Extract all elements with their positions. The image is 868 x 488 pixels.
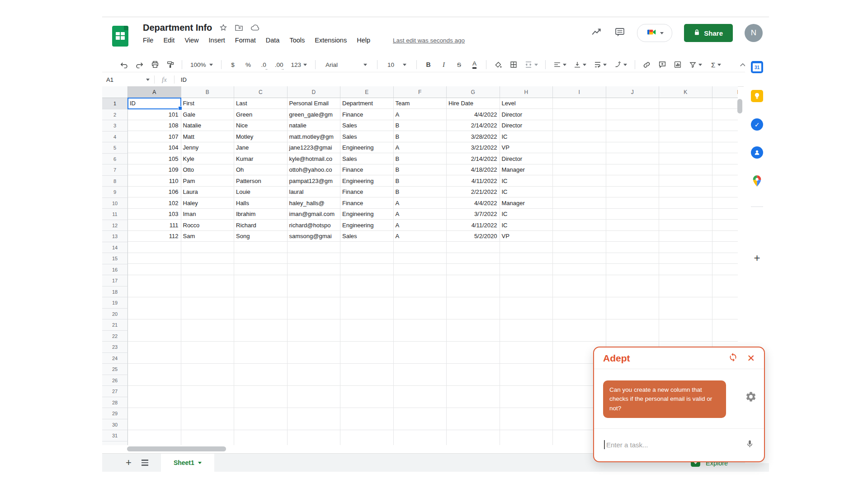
- comment-history-icon[interactable]: [614, 27, 625, 39]
- zoom-select[interactable]: 100%: [187, 59, 216, 71]
- menu-data[interactable]: Data: [266, 37, 280, 44]
- close-icon[interactable]: ✕: [747, 353, 755, 363]
- row-header-18[interactable]: 18: [102, 286, 128, 298]
- cell-B10[interactable]: Haley: [181, 198, 235, 209]
- cell-E12[interactable]: Engineering: [340, 220, 394, 231]
- cell-G1[interactable]: Hire Date: [447, 98, 500, 109]
- increase-decimal-button[interactable]: .00→: [273, 59, 286, 71]
- cell-F4[interactable]: B: [394, 131, 447, 143]
- row-header-16[interactable]: 16: [102, 264, 128, 276]
- cell-H6[interactable]: Director: [500, 154, 553, 165]
- cell-G13[interactable]: 5/2/2020: [447, 231, 500, 242]
- cell-F5[interactable]: A: [394, 142, 447, 154]
- row-header-17[interactable]: 17: [102, 275, 128, 286]
- menu-file[interactable]: File: [143, 37, 153, 44]
- cell-H12[interactable]: IC: [500, 220, 553, 231]
- gear-icon[interactable]: [745, 391, 757, 404]
- filter-button[interactable]: [686, 59, 704, 71]
- row-header-7[interactable]: 7: [102, 164, 128, 176]
- column-header-J[interactable]: J: [606, 86, 660, 98]
- cell-D6[interactable]: kyle@hotmail.co: [288, 154, 341, 165]
- cell-G5[interactable]: 3/21/2022: [447, 142, 500, 154]
- insights-icon[interactable]: [591, 27, 603, 39]
- cell-A2[interactable]: 101: [128, 109, 181, 121]
- cell-G11[interactable]: 3/7/2022: [447, 209, 500, 220]
- column-header-F[interactable]: F: [394, 86, 447, 98]
- cell-C4[interactable]: Motley: [234, 131, 288, 143]
- cell-A4[interactable]: 107: [128, 131, 181, 143]
- cell-D11[interactable]: iman@gmail.com: [288, 209, 341, 220]
- functions-button[interactable]: Σ: [707, 59, 726, 71]
- cell-E3[interactable]: Sales: [340, 120, 394, 131]
- column-header-G[interactable]: G: [447, 86, 500, 98]
- cell-C1[interactable]: Last: [234, 98, 288, 109]
- cell-H1[interactable]: Level: [500, 98, 553, 109]
- row-header-22[interactable]: 22: [102, 331, 128, 342]
- print-button[interactable]: [148, 59, 161, 71]
- cell-F10[interactable]: A: [394, 198, 447, 209]
- cell-G3[interactable]: 2/14/2022: [447, 120, 500, 131]
- cell-E11[interactable]: Engineering: [340, 209, 394, 220]
- row-header-11[interactable]: 11: [102, 209, 128, 220]
- row-header-28[interactable]: 28: [102, 397, 128, 408]
- cell-F2[interactable]: A: [394, 109, 447, 121]
- cell-B3[interactable]: Natalie: [181, 120, 235, 131]
- cell-A10[interactable]: 102: [128, 198, 181, 209]
- row-header-21[interactable]: 21: [102, 319, 128, 331]
- cell-G9[interactable]: 2/21/2022: [447, 187, 500, 198]
- cell-H13[interactable]: VP: [500, 231, 553, 242]
- cell-B11[interactable]: Iman: [181, 209, 235, 220]
- google-keep-icon[interactable]: [751, 90, 763, 102]
- cell-C6[interactable]: Kumar: [234, 154, 288, 165]
- insert-comment-button[interactable]: [656, 59, 669, 71]
- cell-D3[interactable]: natalie: [288, 120, 341, 131]
- cell-D9[interactable]: laural: [288, 187, 341, 198]
- account-avatar[interactable]: N: [745, 24, 763, 42]
- cell-E10[interactable]: Finance: [340, 198, 394, 209]
- cell-C5[interactable]: Jane: [234, 142, 288, 154]
- vertical-align-button[interactable]: [571, 59, 589, 71]
- horizontal-align-button[interactable]: [551, 59, 569, 71]
- insert-link-button[interactable]: [640, 59, 653, 71]
- menu-extensions[interactable]: Extensions: [315, 37, 347, 44]
- cell-C9[interactable]: Louie: [234, 187, 288, 198]
- font-size-select[interactable]: 10: [384, 59, 410, 71]
- row-header-1[interactable]: 1: [102, 98, 128, 109]
- row-header-3[interactable]: 3: [102, 120, 128, 131]
- cell-G10[interactable]: 4/4/2022: [447, 198, 500, 209]
- cell-F3[interactable]: B: [394, 120, 447, 131]
- cell-D8[interactable]: pampat123@gm: [288, 176, 341, 187]
- cloud-status-icon[interactable]: [250, 24, 260, 31]
- row-header-12[interactable]: 12: [102, 220, 128, 231]
- cell-A13[interactable]: 112: [128, 231, 181, 242]
- column-header-H[interactable]: H: [500, 86, 553, 98]
- row-header-9[interactable]: 9: [102, 187, 128, 198]
- cell-B7[interactable]: Otto: [181, 164, 235, 176]
- cell-C10[interactable]: Halls: [234, 198, 288, 209]
- cell-F1[interactable]: Team: [394, 98, 447, 109]
- cell-D2[interactable]: green_gale@gm: [288, 109, 341, 121]
- meet-button[interactable]: [637, 24, 672, 42]
- column-header-D[interactable]: D: [288, 86, 341, 98]
- cell-B13[interactable]: Sam: [181, 231, 235, 242]
- cell-H7[interactable]: Manager: [500, 164, 553, 176]
- strikethrough-button[interactable]: S: [453, 59, 466, 71]
- format-currency-button[interactable]: $: [226, 59, 240, 71]
- cell-D5[interactable]: jane1223@gmai: [288, 142, 341, 154]
- star-icon[interactable]: [219, 23, 227, 32]
- cell-G4[interactable]: 3/28/2022: [447, 131, 500, 143]
- all-sheets-button[interactable]: [142, 460, 148, 466]
- undo-button[interactable]: [118, 59, 131, 71]
- google-maps-icon[interactable]: [751, 175, 763, 187]
- menu-edit[interactable]: Edit: [163, 37, 175, 44]
- row-header-8[interactable]: 8: [102, 176, 128, 187]
- cell-H3[interactable]: Director: [500, 120, 553, 131]
- cell-D7[interactable]: ottoh@yahoo.co: [288, 164, 341, 176]
- cell-D1[interactable]: Personal Email: [288, 98, 341, 109]
- column-header-C[interactable]: C: [234, 86, 288, 98]
- move-folder-icon[interactable]: [235, 24, 243, 32]
- cell-C11[interactable]: Ibrahim: [234, 209, 288, 220]
- cell-A8[interactable]: 110: [128, 176, 181, 187]
- cell-F6[interactable]: B: [394, 154, 447, 165]
- cell-D10[interactable]: haley_halls@: [288, 198, 341, 209]
